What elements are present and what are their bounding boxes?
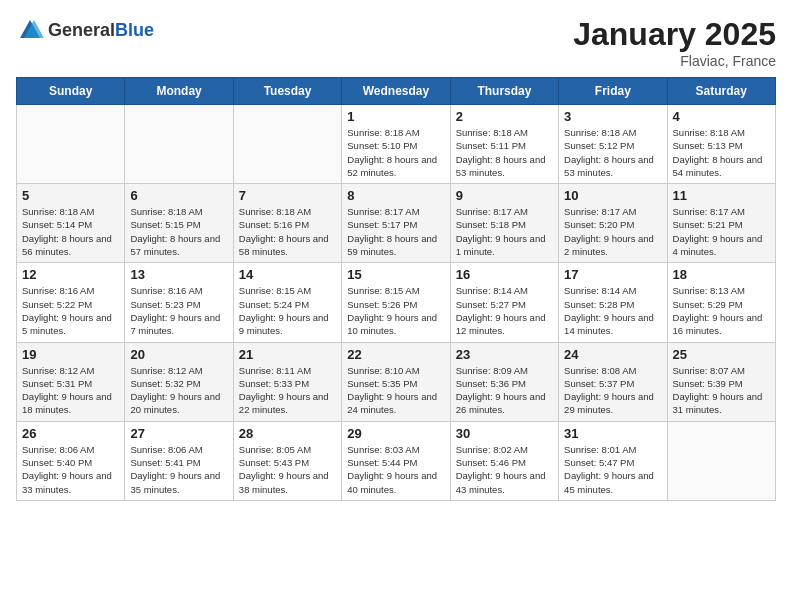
logo: GeneralBlue [16, 16, 154, 44]
weekday-header-saturday: Saturday [667, 78, 775, 105]
calendar-cell [125, 105, 233, 184]
day-number: 3 [564, 109, 661, 124]
day-number: 22 [347, 347, 444, 362]
day-info: Sunrise: 8:18 AM Sunset: 5:14 PM Dayligh… [22, 205, 119, 258]
day-info: Sunrise: 8:16 AM Sunset: 5:22 PM Dayligh… [22, 284, 119, 337]
day-info: Sunrise: 8:14 AM Sunset: 5:27 PM Dayligh… [456, 284, 553, 337]
day-info: Sunrise: 8:15 AM Sunset: 5:24 PM Dayligh… [239, 284, 336, 337]
weekday-header-row: SundayMondayTuesdayWednesdayThursdayFrid… [17, 78, 776, 105]
logo-icon [16, 16, 44, 44]
day-number: 12 [22, 267, 119, 282]
calendar-cell: 15Sunrise: 8:15 AM Sunset: 5:26 PM Dayli… [342, 263, 450, 342]
calendar-header: SundayMondayTuesdayWednesdayThursdayFrid… [17, 78, 776, 105]
calendar-cell [17, 105, 125, 184]
day-number: 15 [347, 267, 444, 282]
calendar-week-row: 1Sunrise: 8:18 AM Sunset: 5:10 PM Daylig… [17, 105, 776, 184]
day-info: Sunrise: 8:18 AM Sunset: 5:12 PM Dayligh… [564, 126, 661, 179]
calendar-cell: 23Sunrise: 8:09 AM Sunset: 5:36 PM Dayli… [450, 342, 558, 421]
day-info: Sunrise: 8:02 AM Sunset: 5:46 PM Dayligh… [456, 443, 553, 496]
day-info: Sunrise: 8:15 AM Sunset: 5:26 PM Dayligh… [347, 284, 444, 337]
calendar-cell: 5Sunrise: 8:18 AM Sunset: 5:14 PM Daylig… [17, 184, 125, 263]
day-info: Sunrise: 8:06 AM Sunset: 5:41 PM Dayligh… [130, 443, 227, 496]
calendar-cell: 28Sunrise: 8:05 AM Sunset: 5:43 PM Dayli… [233, 421, 341, 500]
calendar-cell: 29Sunrise: 8:03 AM Sunset: 5:44 PM Dayli… [342, 421, 450, 500]
day-number: 23 [456, 347, 553, 362]
weekday-header-thursday: Thursday [450, 78, 558, 105]
day-info: Sunrise: 8:06 AM Sunset: 5:40 PM Dayligh… [22, 443, 119, 496]
calendar-cell: 31Sunrise: 8:01 AM Sunset: 5:47 PM Dayli… [559, 421, 667, 500]
calendar-cell: 27Sunrise: 8:06 AM Sunset: 5:41 PM Dayli… [125, 421, 233, 500]
calendar-cell: 21Sunrise: 8:11 AM Sunset: 5:33 PM Dayli… [233, 342, 341, 421]
weekday-header-tuesday: Tuesday [233, 78, 341, 105]
calendar-cell: 24Sunrise: 8:08 AM Sunset: 5:37 PM Dayli… [559, 342, 667, 421]
day-info: Sunrise: 8:01 AM Sunset: 5:47 PM Dayligh… [564, 443, 661, 496]
title-block: January 2025 Flaviac, France [573, 16, 776, 69]
calendar-cell: 16Sunrise: 8:14 AM Sunset: 5:27 PM Dayli… [450, 263, 558, 342]
weekday-header-friday: Friday [559, 78, 667, 105]
day-number: 19 [22, 347, 119, 362]
day-info: Sunrise: 8:08 AM Sunset: 5:37 PM Dayligh… [564, 364, 661, 417]
calendar-cell: 11Sunrise: 8:17 AM Sunset: 5:21 PM Dayli… [667, 184, 775, 263]
calendar-cell: 18Sunrise: 8:13 AM Sunset: 5:29 PM Dayli… [667, 263, 775, 342]
day-info: Sunrise: 8:07 AM Sunset: 5:39 PM Dayligh… [673, 364, 770, 417]
calendar-week-row: 12Sunrise: 8:16 AM Sunset: 5:22 PM Dayli… [17, 263, 776, 342]
day-info: Sunrise: 8:18 AM Sunset: 5:11 PM Dayligh… [456, 126, 553, 179]
day-info: Sunrise: 8:16 AM Sunset: 5:23 PM Dayligh… [130, 284, 227, 337]
calendar-table: SundayMondayTuesdayWednesdayThursdayFrid… [16, 77, 776, 501]
calendar-cell: 25Sunrise: 8:07 AM Sunset: 5:39 PM Dayli… [667, 342, 775, 421]
calendar-cell: 1Sunrise: 8:18 AM Sunset: 5:10 PM Daylig… [342, 105, 450, 184]
day-info: Sunrise: 8:18 AM Sunset: 5:13 PM Dayligh… [673, 126, 770, 179]
day-number: 29 [347, 426, 444, 441]
day-number: 31 [564, 426, 661, 441]
calendar-cell: 17Sunrise: 8:14 AM Sunset: 5:28 PM Dayli… [559, 263, 667, 342]
day-number: 24 [564, 347, 661, 362]
day-number: 25 [673, 347, 770, 362]
day-number: 30 [456, 426, 553, 441]
month-title: January 2025 [573, 16, 776, 53]
calendar-week-row: 26Sunrise: 8:06 AM Sunset: 5:40 PM Dayli… [17, 421, 776, 500]
calendar-cell: 13Sunrise: 8:16 AM Sunset: 5:23 PM Dayli… [125, 263, 233, 342]
day-info: Sunrise: 8:12 AM Sunset: 5:32 PM Dayligh… [130, 364, 227, 417]
day-number: 8 [347, 188, 444, 203]
calendar-cell: 7Sunrise: 8:18 AM Sunset: 5:16 PM Daylig… [233, 184, 341, 263]
calendar-week-row: 19Sunrise: 8:12 AM Sunset: 5:31 PM Dayli… [17, 342, 776, 421]
calendar-body: 1Sunrise: 8:18 AM Sunset: 5:10 PM Daylig… [17, 105, 776, 501]
weekday-header-wednesday: Wednesday [342, 78, 450, 105]
calendar-cell: 30Sunrise: 8:02 AM Sunset: 5:46 PM Dayli… [450, 421, 558, 500]
day-info: Sunrise: 8:18 AM Sunset: 5:10 PM Dayligh… [347, 126, 444, 179]
day-number: 20 [130, 347, 227, 362]
day-number: 26 [22, 426, 119, 441]
day-number: 10 [564, 188, 661, 203]
day-number: 21 [239, 347, 336, 362]
day-number: 2 [456, 109, 553, 124]
logo-general: General [48, 20, 115, 40]
day-number: 9 [456, 188, 553, 203]
logo-blue: Blue [115, 20, 154, 40]
day-info: Sunrise: 8:03 AM Sunset: 5:44 PM Dayligh… [347, 443, 444, 496]
day-number: 5 [22, 188, 119, 203]
calendar-cell: 2Sunrise: 8:18 AM Sunset: 5:11 PM Daylig… [450, 105, 558, 184]
day-number: 17 [564, 267, 661, 282]
page-header: GeneralBlue January 2025 Flaviac, France [16, 16, 776, 69]
day-number: 13 [130, 267, 227, 282]
calendar-cell: 10Sunrise: 8:17 AM Sunset: 5:20 PM Dayli… [559, 184, 667, 263]
calendar-week-row: 5Sunrise: 8:18 AM Sunset: 5:14 PM Daylig… [17, 184, 776, 263]
day-number: 14 [239, 267, 336, 282]
calendar-cell: 3Sunrise: 8:18 AM Sunset: 5:12 PM Daylig… [559, 105, 667, 184]
day-info: Sunrise: 8:05 AM Sunset: 5:43 PM Dayligh… [239, 443, 336, 496]
calendar-cell: 8Sunrise: 8:17 AM Sunset: 5:17 PM Daylig… [342, 184, 450, 263]
day-info: Sunrise: 8:17 AM Sunset: 5:21 PM Dayligh… [673, 205, 770, 258]
calendar-cell: 12Sunrise: 8:16 AM Sunset: 5:22 PM Dayli… [17, 263, 125, 342]
day-info: Sunrise: 8:14 AM Sunset: 5:28 PM Dayligh… [564, 284, 661, 337]
calendar-cell: 19Sunrise: 8:12 AM Sunset: 5:31 PM Dayli… [17, 342, 125, 421]
day-info: Sunrise: 8:13 AM Sunset: 5:29 PM Dayligh… [673, 284, 770, 337]
location: Flaviac, France [573, 53, 776, 69]
calendar-cell: 22Sunrise: 8:10 AM Sunset: 5:35 PM Dayli… [342, 342, 450, 421]
day-number: 18 [673, 267, 770, 282]
day-info: Sunrise: 8:17 AM Sunset: 5:17 PM Dayligh… [347, 205, 444, 258]
calendar-cell: 6Sunrise: 8:18 AM Sunset: 5:15 PM Daylig… [125, 184, 233, 263]
calendar-cell: 4Sunrise: 8:18 AM Sunset: 5:13 PM Daylig… [667, 105, 775, 184]
day-number: 28 [239, 426, 336, 441]
day-info: Sunrise: 8:17 AM Sunset: 5:20 PM Dayligh… [564, 205, 661, 258]
day-number: 16 [456, 267, 553, 282]
